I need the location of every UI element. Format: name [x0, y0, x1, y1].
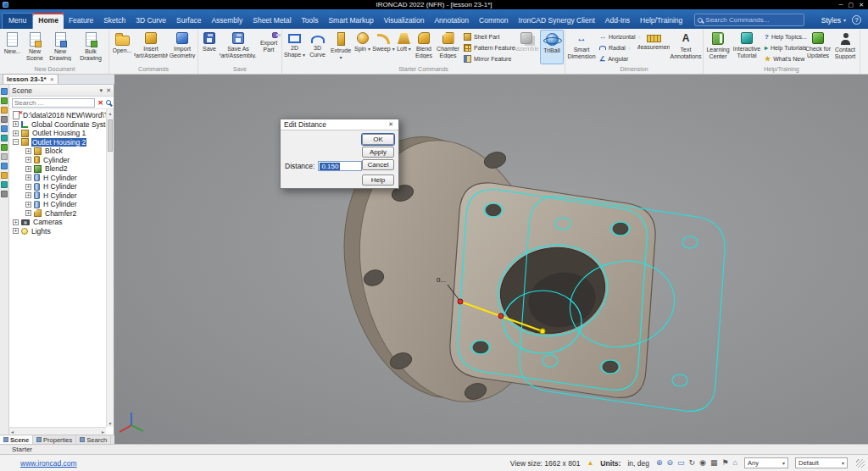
tree-item-chamfer2[interactable]: + Chamfer2 [9, 209, 114, 219]
clear-search-icon[interactable]: ✕ [97, 99, 103, 107]
side-tool-icon[interactable] [1, 191, 8, 197]
find-icon[interactable] [106, 100, 111, 105]
side-tool-icon[interactable] [1, 125, 8, 132]
menu-tab-sheet-metal[interactable]: Sheet Metal [248, 13, 296, 29]
panel-close-icon[interactable]: ✕ [106, 87, 111, 94]
new-scene-button[interactable]: New Scene [23, 30, 47, 64]
close-tab-icon[interactable]: ✕ [50, 76, 54, 82]
side-tool-icon[interactable] [1, 153, 8, 160]
shape-2d-button[interactable]: 2D Shape ▾ [283, 30, 306, 64]
panel-menu-icon[interactable]: ▾ [100, 87, 103, 94]
tree-item-blend2[interactable]: + Blend2 [9, 164, 114, 174]
tab-search[interactable]: Search [76, 435, 111, 444]
render-style-select[interactable]: Default ▾ [795, 457, 848, 468]
chamfer-edges-button[interactable]: Chamfer Edges [435, 30, 461, 64]
tree-item-h-cylinder[interactable]: + H Cylinder [9, 191, 114, 201]
menu-tab-add-ins[interactable]: Add-Ins [600, 13, 635, 29]
zoom-window-icon[interactable]: ▭ [677, 459, 685, 467]
scroll-down-icon[interactable]: ▾ [107, 420, 114, 426]
loft-button[interactable]: Loft ▾ [395, 30, 413, 64]
import-geometry-button[interactable]: Import Geometry [168, 30, 197, 64]
side-tool-icon[interactable] [1, 88, 8, 95]
expand-icon[interactable]: + [13, 228, 19, 234]
contact-support-button[interactable]: Contact Support [832, 30, 859, 64]
side-tool-icon[interactable] [1, 107, 8, 114]
scroll-right-icon[interactable]: ▸ [102, 429, 104, 435]
tree-item-outlet-housing-2[interactable]: − Outlet Housing 2 [9, 138, 114, 147]
search-commands-input[interactable] [705, 16, 801, 24]
menu-tab-feature[interactable]: Feature [64, 13, 98, 29]
handle-point[interactable] [458, 299, 463, 304]
expand-icon[interactable]: + [25, 202, 31, 208]
menu-tab-common[interactable]: Common [474, 13, 513, 29]
side-tool-icon[interactable] [1, 181, 8, 188]
angular-dimension-button[interactable]: ∠ Angular [598, 54, 637, 64]
menu-tab-tools[interactable]: Tools [297, 13, 324, 29]
selection-filter-select[interactable]: Any ▾ [744, 457, 788, 468]
tree-item-cylinder[interactable]: + Cylinder [9, 156, 114, 165]
open-button[interactable]: Open... [110, 30, 134, 64]
tree-item-h-cylinder[interactable]: + H Cylinder [9, 182, 114, 191]
scrollbar-thumb[interactable] [108, 119, 113, 152]
whats-new-button[interactable]: ★ What's New [763, 54, 804, 64]
menu-tab-home[interactable]: Home [33, 13, 64, 29]
tab-scene[interactable]: Scene [0, 435, 33, 444]
side-tool-icon[interactable] [1, 144, 8, 151]
help-icon[interactable]: ? [852, 15, 861, 25]
help-tutorials-button[interactable]: ▸ Help Tutorials [763, 43, 804, 53]
close-button[interactable]: ✕ [859, 1, 864, 9]
expand-icon[interactable]: + [13, 130, 19, 136]
new-drawing-button[interactable]: New Drawing [47, 30, 74, 64]
cancel-button[interactable]: Cancel [362, 159, 394, 170]
insert-part-assembly-button[interactable]: Insert Part/Assembly [134, 30, 168, 64]
tree-item-global-coordinate-system[interactable]: + Global Coordinate System [9, 120, 114, 130]
tree-item-block[interactable]: + Block [9, 147, 114, 156]
scroll-up-icon[interactable]: ▴ [107, 110, 114, 116]
ironcad-link[interactable]: www.ironcad.com [20, 459, 77, 468]
triball-button[interactable]: TriBall [540, 30, 564, 64]
tree-item-lights[interactable]: + Lights [9, 227, 114, 236]
zoom-out-icon[interactable]: ⊖ [667, 459, 674, 467]
resize-grip[interactable] [856, 459, 865, 468]
menu-tab-smart-markup[interactable]: Smart Markup [323, 13, 378, 29]
expand-icon[interactable]: + [25, 210, 31, 216]
bulk-drawing-creation-button[interactable]: Bulk Drawing Creation [74, 30, 108, 64]
grid-toggle-icon[interactable]: ▦ [710, 459, 718, 467]
refresh-view-icon[interactable]: ↻ [689, 459, 696, 467]
smart-dimension-button[interactable]: ↔ Smart Dimension [566, 30, 597, 64]
side-tool-icon[interactable] [1, 163, 8, 169]
shell-part-button[interactable]: Shell Part [462, 32, 511, 42]
menu-tab-annotation[interactable]: Annotation [429, 13, 474, 29]
measurement-button[interactable]: Measurement [637, 30, 670, 64]
menu-tab-assembly[interactable]: Assembly [206, 13, 248, 29]
dialog-title-bar[interactable]: Edit Distance ✕ [281, 119, 398, 130]
menu-tab-visualization[interactable]: Visualization [379, 13, 430, 29]
ok-button[interactable]: OK [362, 134, 394, 145]
collapse-icon[interactable]: − [13, 139, 19, 145]
horizontal-dimension-button[interactable]: ↔ Horizontal ▾ [598, 32, 637, 42]
help-button[interactable]: Help [362, 175, 394, 186]
spin-button[interactable]: Spin ▾ [353, 30, 372, 64]
handle-point[interactable] [540, 329, 545, 334]
dialog-close-icon[interactable]: ✕ [387, 121, 395, 128]
menu-tab-sketch[interactable]: Sketch [98, 13, 131, 29]
horizontal-scrollbar[interactable]: ◂ ▸ [9, 427, 106, 435]
starter-label[interactable]: Starter [12, 446, 32, 453]
scene-search-input[interactable] [12, 98, 95, 108]
maximize-button[interactable]: ▢ [849, 1, 854, 9]
assemble-button[interactable]: Assemble [512, 30, 540, 64]
document-tab[interactable]: lesson 23-1* ✕ [3, 74, 58, 84]
side-tool-icon[interactable] [1, 172, 8, 179]
help-topics-button[interactable]: ? Help Topics... [763, 32, 804, 42]
viewport-3d[interactable]: 0... Edit Distance ✕ Distance: [114, 75, 868, 444]
interactive-tutorial-button[interactable]: Interactive Tutorial [732, 30, 762, 64]
check-for-updates-button[interactable]: Check for Updates [804, 30, 832, 64]
save-as-button[interactable]: Save As Part/Assembly... [220, 30, 257, 64]
menu-tab-surface[interactable]: Surface [171, 13, 206, 29]
export-part-button[interactable]: Export Part [257, 30, 281, 64]
menu-tab-menu[interactable]: Menu [2, 13, 33, 29]
extrude-button[interactable]: Extrude ▾ [329, 30, 353, 64]
menu-tab-3d-curve[interactable]: 3D Curve [131, 13, 171, 29]
expand-icon[interactable]: + [25, 175, 31, 180]
side-tool-icon[interactable] [1, 116, 8, 123]
